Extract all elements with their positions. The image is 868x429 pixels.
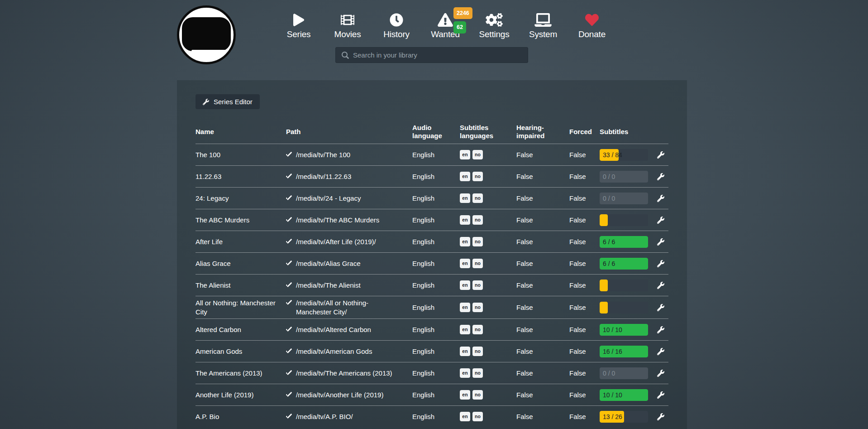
nav-item-settings[interactable]: Settings <box>470 12 519 39</box>
path-text: /media/tv/Altered Carbon <box>296 325 371 334</box>
row-wrench-button[interactable] <box>657 304 664 311</box>
table-row: The 100 /media/tv/The 100 English enno F… <box>196 144 668 165</box>
audio-language-value: English <box>412 326 460 333</box>
language-badge: no <box>472 412 483 421</box>
language-badge: en <box>460 193 470 203</box>
audio-language-value: English <box>412 391 460 399</box>
language-badge: en <box>460 172 470 181</box>
language-badge: en <box>460 303 470 312</box>
forced-value: False <box>569 281 600 289</box>
subtitles-progress-bar: 0 / 0 <box>600 367 648 379</box>
series-name: The 100 <box>196 150 286 159</box>
row-wrench-button[interactable] <box>657 348 664 355</box>
nav-item-label: Movies <box>334 29 361 39</box>
hearing-impaired-value: False <box>516 304 569 311</box>
language-badge: en <box>460 347 470 356</box>
series-path: /media/tv/American Gods <box>286 347 412 356</box>
language-badge: en <box>460 280 470 290</box>
series-name: The Alienist <box>196 281 286 290</box>
row-wrench-button[interactable] <box>657 370 664 377</box>
table-row: The Americans (2013) /media/tv/The Ameri… <box>196 362 668 384</box>
progress-label: 10 / 10 <box>603 389 622 401</box>
bazarr-logo[interactable] <box>177 5 236 64</box>
forced-value: False <box>569 260 600 267</box>
search-icon <box>342 52 349 59</box>
nav-item-movies[interactable]: Movies <box>323 12 372 39</box>
progress-label: 16 / 16 <box>603 346 622 357</box>
progress-label: 10 / 10 <box>603 324 622 336</box>
wrench-icon <box>657 217 664 224</box>
nav-item-system[interactable]: System <box>519 12 568 39</box>
progress-fill <box>600 280 608 291</box>
subtitles-progress-bar <box>600 214 648 226</box>
series-name: All or Nothing: Manchester City <box>196 299 286 316</box>
row-wrench-button[interactable] <box>657 260 664 267</box>
series-path: /media/tv/The 100 <box>286 150 412 159</box>
series-name: American Gods <box>196 347 286 356</box>
language-badge: en <box>460 150 470 159</box>
subtitles-progress-bar: 33 / 84 <box>600 149 648 161</box>
row-wrench-button[interactable] <box>657 282 664 289</box>
check-icon <box>286 369 292 376</box>
row-wrench-button[interactable] <box>657 217 664 224</box>
check-icon <box>286 172 292 179</box>
table-row: Alias Grace /media/tv/Alias Grace Englis… <box>196 252 668 274</box>
nav-item-wanted[interactable]: Wanted 224662 <box>421 12 470 39</box>
series-path: /media/tv/11.22.63 <box>286 172 412 181</box>
wrench-icon <box>657 370 664 377</box>
subtitles-progress-bar: 10 / 10 <box>600 389 648 401</box>
forced-value: False <box>569 347 600 355</box>
table-row: The ABC Murders /media/tv/The ABC Murder… <box>196 209 668 231</box>
nav-item-series[interactable]: Series <box>274 12 323 39</box>
col-subtitles-languages: Subtitles languages <box>460 124 501 140</box>
table-body: The 100 /media/tv/The 100 English enno F… <box>196 144 668 427</box>
progress-label: 33 / 84 <box>603 149 622 161</box>
series-editor-button[interactable]: Series Editor <box>196 94 260 109</box>
path-text: /media/tv/11.22.63 <box>296 172 351 181</box>
language-badge: en <box>460 390 470 400</box>
forced-value: False <box>569 413 600 420</box>
clock-icon <box>390 12 403 28</box>
check-icon <box>286 216 292 223</box>
check-icon <box>286 150 292 158</box>
wrench-icon <box>657 391 664 399</box>
film-icon <box>341 12 354 28</box>
col-subtitles: Subtitles <box>600 128 653 136</box>
audio-language-value: English <box>412 281 460 289</box>
subtitles-languages-badges: enno <box>460 172 516 181</box>
row-wrench-button[interactable] <box>657 151 664 159</box>
row-wrench-button[interactable] <box>657 238 664 246</box>
nav-item-history[interactable]: History <box>372 12 421 39</box>
row-wrench-button[interactable] <box>657 326 664 333</box>
series-name: 24: Legacy <box>196 194 286 203</box>
col-name: Name <box>196 128 286 136</box>
subtitles-languages-badges: enno <box>460 303 516 312</box>
audio-language-value: English <box>412 347 460 355</box>
row-wrench-button[interactable] <box>657 413 664 420</box>
subtitles-progress-bar: 0 / 0 <box>600 171 648 183</box>
series-name: Another Life (2019) <box>196 390 286 400</box>
series-path: /media/tv/The Alienist <box>286 281 412 290</box>
language-badge: no <box>472 172 483 181</box>
row-wrench-button[interactable] <box>657 391 664 399</box>
nav-item-donate[interactable]: Donate <box>568 12 616 39</box>
check-icon <box>286 390 292 398</box>
forced-value: False <box>569 173 600 180</box>
subtitles-progress-bar <box>600 280 648 291</box>
forced-value: False <box>569 304 600 311</box>
table-row: A.P. Bio /media/tv/A.P. BIO/ English enn… <box>196 405 668 427</box>
check-icon <box>286 281 292 288</box>
table-row: Altered Carbon /media/tv/Altered Carbon … <box>196 318 668 340</box>
row-wrench-button[interactable] <box>657 195 664 202</box>
progress-label: 0 / 0 <box>603 171 615 183</box>
hearing-impaired-value: False <box>516 326 569 333</box>
path-text: /media/tv/After Life (2019)/ <box>296 237 376 246</box>
row-wrench-button[interactable] <box>657 173 664 180</box>
subtitles-progress-bar: 16 / 16 <box>600 346 648 357</box>
subtitles-languages-badges: enno <box>460 325 516 334</box>
search-input[interactable] <box>336 48 528 63</box>
forced-value: False <box>569 216 600 224</box>
hearing-impaired-value: False <box>516 391 569 399</box>
subtitles-languages-badges: enno <box>460 368 516 378</box>
table-row: After Life /media/tv/After Life (2019)/ … <box>196 231 668 252</box>
